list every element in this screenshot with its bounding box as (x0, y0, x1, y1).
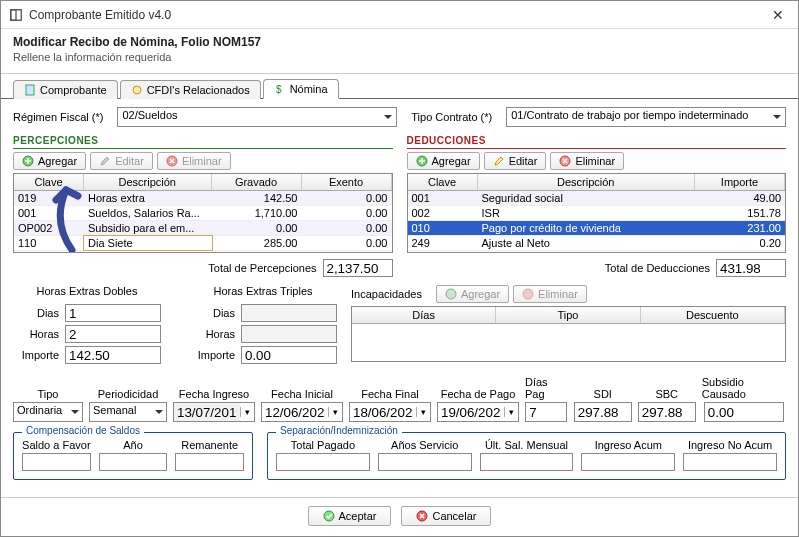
deducciones-total-field (716, 259, 786, 277)
tipo-contrato-select[interactable]: 01/Contrato de trabajo por tiempo indete… (506, 107, 786, 127)
edit-icon (493, 155, 505, 167)
svg-point-10 (523, 289, 533, 299)
tab-nomina[interactable]: $Nómina (263, 79, 339, 99)
deducciones-eliminar-button[interactable]: Eliminar (550, 152, 624, 170)
separacion-title: Separación/Indemnización (276, 425, 402, 436)
fecha-inicial-input[interactable] (262, 403, 328, 421)
triples-dias-input[interactable] (241, 304, 337, 322)
link-icon (131, 84, 143, 96)
subsidio-causado-input[interactable] (704, 402, 784, 422)
triples-importe-input[interactable] (241, 346, 337, 364)
horas-triples-title: Horas Extras Triples (189, 285, 337, 297)
dias-pag-input[interactable] (525, 402, 567, 422)
table-row[interactable]: 110Dia Siete285.000.00 (14, 236, 392, 251)
delete-icon (522, 288, 534, 300)
deducciones-table[interactable]: Clave Descripción Importe 001Seguridad s… (407, 173, 787, 253)
dobles-importe-input[interactable] (65, 346, 161, 364)
table-row[interactable]: 002ISR151.78 (408, 206, 786, 221)
ingreso-no-acum-input[interactable] (683, 453, 777, 471)
cancelar-button[interactable]: Cancelar (401, 506, 491, 526)
percepciones-title: PERCEPCIONES (13, 135, 393, 149)
delete-icon (166, 155, 178, 167)
add-icon (445, 288, 457, 300)
svg-point-9 (446, 289, 456, 299)
deducciones-total-label: Total de Deducciones (605, 262, 710, 274)
percepciones-total-field (323, 259, 393, 277)
table-row[interactable]: 019Horas extra142.500.00 (14, 191, 392, 206)
sdi-input[interactable] (574, 402, 632, 422)
cancel-icon (416, 510, 428, 522)
check-icon (323, 510, 335, 522)
compensacion-title: Compensación de Saldos (22, 425, 144, 436)
svg-text:$: $ (276, 84, 282, 95)
tab-comprobante[interactable]: Comprobante (13, 80, 118, 99)
svg-rect-1 (11, 9, 16, 20)
fecha-final-input[interactable] (350, 403, 416, 421)
percepciones-eliminar-button[interactable]: Eliminar (157, 152, 231, 170)
triples-horas-input[interactable] (241, 325, 337, 343)
percepciones-total-label: Total de Percepciones (208, 262, 316, 274)
table-row[interactable]: 010Pago por crédito de vivienda231.00 (408, 221, 786, 236)
ano-input[interactable] (99, 453, 168, 471)
edit-icon (99, 155, 111, 167)
fecha-ingreso-input[interactable] (174, 403, 240, 421)
window-title: Comprobante Emitido v4.0 (29, 8, 766, 22)
doc-icon (24, 84, 36, 96)
incapacidades-eliminar-button[interactable]: Eliminar (513, 285, 587, 303)
deducciones-title: DEDUCCIONES (407, 135, 787, 149)
chevron-down-icon[interactable]: ▾ (328, 407, 342, 417)
add-icon (416, 155, 428, 167)
fecha-pago-input[interactable] (438, 403, 504, 421)
ult-sal-mensual-input[interactable] (480, 453, 574, 471)
deducciones-editar-button[interactable]: Editar (484, 152, 547, 170)
periodicidad-select[interactable]: Semanal (89, 402, 167, 422)
close-button[interactable]: ✕ (766, 5, 790, 25)
ingreso-acum-input[interactable] (581, 453, 675, 471)
incapacidades-label: Incapacidades (351, 288, 422, 300)
app-logo-icon (9, 8, 23, 22)
money-icon: $ (274, 83, 286, 95)
tab-relacionados[interactable]: CFDI's Relacionados (120, 80, 261, 99)
table-row[interactable]: OP002Subsidio para el em...0.000.00 (14, 221, 392, 236)
chevron-down-icon[interactable]: ▾ (240, 407, 254, 417)
deducciones-agregar-button[interactable]: Agregar (407, 152, 480, 170)
table-row[interactable]: 001Sueldos, Salarios Ra...1,710.000.00 (14, 206, 392, 221)
total-pagado-input[interactable] (276, 453, 370, 471)
percepciones-table[interactable]: Clave Descripción Gravado Exento 019Hora… (13, 173, 393, 253)
dobles-horas-input[interactable] (65, 325, 161, 343)
remanente-input[interactable] (175, 453, 244, 471)
chevron-down-icon[interactable]: ▾ (504, 407, 518, 417)
table-row[interactable]: 249Ajuste al Neto0.20 (408, 236, 786, 251)
chevron-down-icon[interactable]: ▾ (416, 407, 430, 417)
aceptar-button[interactable]: Aceptar (308, 506, 392, 526)
add-icon (22, 155, 34, 167)
page-subtitle: Rellene la información requerida (13, 51, 786, 63)
tipo-contrato-label: Tipo Contrato (*) (411, 111, 492, 123)
incapacidades-table[interactable]: Días Tipo Descuento (351, 306, 786, 362)
dobles-dias-input[interactable] (65, 304, 161, 322)
percepciones-editar-button[interactable]: Editar (90, 152, 153, 170)
delete-icon (559, 155, 571, 167)
incapacidades-agregar-button[interactable]: Agregar (436, 285, 509, 303)
anos-servicio-input[interactable] (378, 453, 472, 471)
horas-dobles-title: Horas Extras Dobles (13, 285, 161, 297)
sbc-input[interactable] (638, 402, 696, 422)
svg-point-3 (133, 86, 141, 94)
table-row[interactable]: 001Seguridad social49.00 (408, 191, 786, 206)
tipo-select[interactable]: Ordinaria (13, 402, 83, 422)
percepciones-agregar-button[interactable]: Agregar (13, 152, 86, 170)
page-title: Modificar Recibo de Nómina, Folio NOM157 (13, 35, 786, 49)
regimen-select[interactable]: 02/Sueldos (117, 107, 397, 127)
saldo-favor-input[interactable] (22, 453, 91, 471)
regimen-label: Régimen Fiscal (*) (13, 111, 103, 123)
svg-rect-2 (26, 85, 34, 95)
